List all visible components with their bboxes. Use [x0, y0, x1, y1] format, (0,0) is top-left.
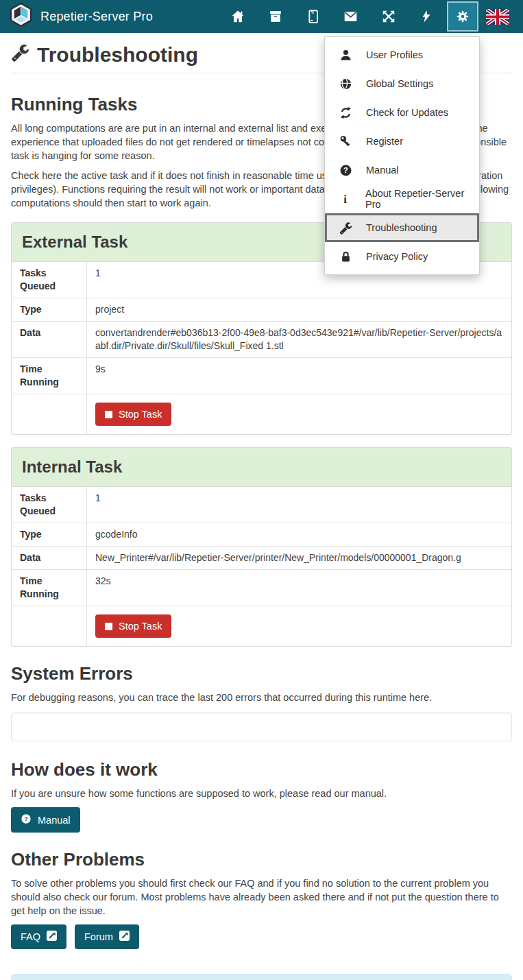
- background-computations-alert: Open slow background computations: 1: [11, 974, 512, 980]
- error-log-well: [11, 713, 512, 741]
- system-errors-text: For debugging reasons, you can trace the…: [11, 691, 512, 704]
- forum-button[interactable]: Forum: [75, 924, 139, 949]
- how-it-works-text: If you are unsure how some functions are…: [11, 787, 512, 800]
- menu-item-about[interactable]: i About Repetier-Server Pro: [325, 184, 479, 213]
- brand-title: Repetier-Server Pro: [40, 10, 153, 24]
- key-icon: [339, 135, 352, 148]
- settings-menu: User Profiles Global Settings: [324, 36, 480, 275]
- wrench-icon: [11, 43, 29, 67]
- other-problems-heading: Other Problems: [11, 849, 512, 870]
- external-task-table: Tasks Queued 1 Type project Data convert…: [12, 262, 511, 434]
- external-link-icon: [47, 931, 57, 943]
- svg-text:?: ?: [343, 166, 348, 174]
- menu-item-manual[interactable]: ? Manual: [325, 156, 479, 184]
- menu-item-register[interactable]: Register: [325, 127, 479, 156]
- table-row: Stop Task: [12, 606, 511, 647]
- table-row: Stop Task: [12, 394, 511, 435]
- question-circle-icon: ?: [21, 813, 32, 826]
- menu-item-privacy-policy[interactable]: Privacy Policy: [325, 242, 479, 271]
- menu-item-check-for-updates[interactable]: Check for Updates: [325, 98, 479, 127]
- internal-task-table: Tasks Queued 1 Type gcodeInfo Data New_P…: [12, 487, 511, 646]
- refresh-icon: [339, 106, 352, 119]
- gear-icon[interactable]: [447, 1, 478, 32]
- wrench-icon: [339, 222, 352, 235]
- how-it-works-section: How does it work If you are unsure how s…: [11, 759, 512, 833]
- system-errors-section: System Errors For debugging reasons, you…: [11, 663, 512, 741]
- mail-icon[interactable]: [332, 1, 369, 32]
- stop-icon: [105, 411, 112, 418]
- how-it-works-heading: How does it work: [11, 759, 512, 780]
- navbar: Repetier-Server Pro: [0, 0, 523, 33]
- table-row: Time Running 32s: [12, 570, 511, 606]
- table-row: Data New_Printer#/var/lib/Repetier-Serve…: [12, 547, 511, 570]
- stop-icon: [105, 623, 112, 630]
- svg-text:i: i: [343, 193, 347, 206]
- table-row: Data convertandrender#eb036b13-2f00-49e8…: [12, 322, 511, 358]
- tablet-icon[interactable]: [294, 1, 332, 32]
- table-row: Type project: [12, 298, 511, 322]
- lock-icon: [339, 250, 352, 263]
- nav-icons: [219, 1, 515, 32]
- expand-arrows-icon[interactable]: [369, 1, 407, 32]
- other-problems-section: Other Problems To solve other problems y…: [11, 849, 512, 949]
- system-errors-heading: System Errors: [11, 663, 512, 684]
- archive-box-icon[interactable]: [256, 1, 294, 32]
- manual-button[interactable]: ? Manual: [11, 807, 80, 833]
- brand[interactable]: Repetier-Server Pro: [10, 3, 153, 30]
- other-problems-text: To solve other problems you should first…: [11, 876, 512, 918]
- svg-text:?: ?: [24, 815, 28, 822]
- stop-internal-task-button[interactable]: Stop Task: [95, 614, 171, 638]
- question-circle-icon: ?: [339, 164, 352, 177]
- repetier-logo-icon: [10, 3, 32, 30]
- internal-task-header: Internal Task: [12, 448, 511, 487]
- menu-item-global-settings[interactable]: Global Settings: [325, 69, 479, 98]
- menu-item-troubleshooting[interactable]: Troubleshooting: [325, 213, 479, 242]
- table-row: Type gcodeInfo: [12, 523, 511, 547]
- faq-button[interactable]: FAQ: [11, 924, 66, 949]
- table-row: Time Running 9s: [12, 358, 511, 394]
- home-icon[interactable]: [219, 1, 256, 32]
- bolt-icon[interactable]: [407, 1, 445, 32]
- uk-flag-icon[interactable]: [481, 1, 515, 32]
- stop-external-task-button[interactable]: Stop Task: [95, 403, 171, 426]
- user-icon: [339, 49, 352, 62]
- external-link-icon: [119, 931, 130, 943]
- internal-task-panel: Internal Task Tasks Queued 1 Type gcodeI…: [11, 447, 512, 647]
- table-row: Tasks Queued 1: [12, 487, 511, 523]
- menu-item-user-profiles[interactable]: User Profiles: [325, 40, 479, 69]
- info-icon: i: [339, 193, 352, 206]
- globe-icon: [339, 77, 352, 91]
